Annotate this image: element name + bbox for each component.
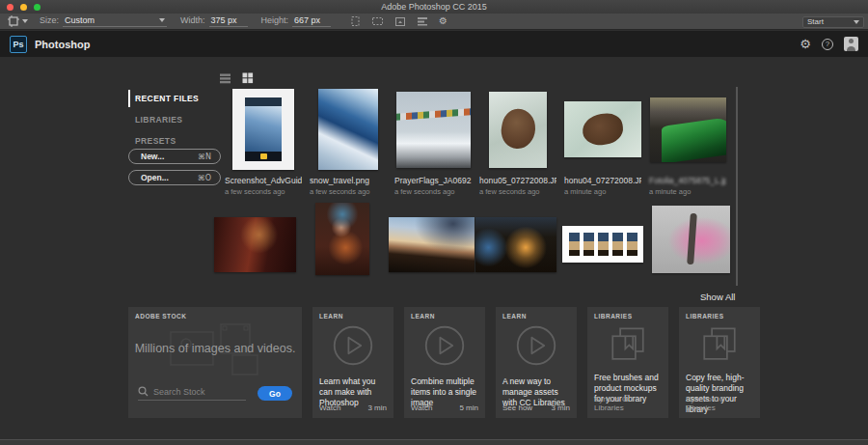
file-thumbnail[interactable] bbox=[232, 89, 294, 170]
thumbnail-art bbox=[569, 233, 580, 256]
recent-file-thumbnail[interactable] bbox=[562, 226, 643, 263]
file-timestamp: a minute ago bbox=[649, 187, 726, 196]
show-all-link[interactable]: Show All bbox=[700, 292, 735, 302]
new-artboard-icon[interactable] bbox=[394, 15, 406, 27]
workspace-switcher[interactable]: Start bbox=[802, 16, 864, 28]
file-thumbnail[interactable] bbox=[564, 101, 641, 157]
width-input[interactable]: 375 px bbox=[209, 15, 248, 27]
new-shortcut: ⌘N bbox=[198, 153, 211, 161]
sidebar-item-recent-files[interactable]: RECENT FILES bbox=[128, 90, 225, 107]
card-label: LIBRARIES bbox=[686, 313, 724, 320]
thumbnail-art bbox=[627, 233, 637, 256]
recent-file-thumbnail[interactable] bbox=[315, 203, 369, 275]
recent-file[interactable]: honu04_07272008.JPG a minute ago bbox=[564, 87, 641, 196]
recent-file-thumbnail[interactable] bbox=[475, 217, 556, 272]
tool-preset-picker[interactable] bbox=[8, 15, 28, 27]
card-action[interactable]: Sync to CC Libraries bbox=[594, 395, 662, 412]
chevron-down-icon bbox=[22, 19, 28, 23]
learn-card[interactable]: LEARN Combine multiple items into a sing… bbox=[404, 307, 485, 418]
file-thumbnail[interactable] bbox=[396, 92, 471, 168]
recent-file-thumbnail[interactable] bbox=[214, 217, 296, 272]
avatar-head bbox=[849, 39, 854, 43]
scrollbar[interactable] bbox=[736, 87, 738, 286]
stock-headline: Millions of images and videos. bbox=[128, 342, 302, 355]
traffic-lights bbox=[7, 4, 41, 11]
card-duration: 5 min bbox=[459, 403, 478, 412]
file-name: PrayerFlags_JA0692.jpg bbox=[394, 176, 472, 185]
new-button[interactable]: New... ⌘N bbox=[128, 149, 221, 164]
sidebar-item-presets[interactable]: PRESETS bbox=[128, 132, 225, 150]
sidebar-item-libraries[interactable]: LIBRARIES bbox=[128, 111, 225, 128]
play-icon[interactable] bbox=[515, 324, 557, 367]
align-stack-icon[interactable] bbox=[417, 16, 428, 26]
zoom-window-button[interactable] bbox=[34, 4, 41, 11]
grid-view-icon[interactable] bbox=[242, 72, 254, 84]
card-label: LIBRARIES bbox=[594, 313, 633, 320]
tool-options-bar: Size: Custom Width: 375 px Height: 667 p… bbox=[0, 14, 868, 30]
open-shortcut: ⌘O bbox=[198, 174, 211, 182]
card-action[interactable]: Watch bbox=[319, 403, 340, 412]
card-action[interactable]: Sync to CC Libraries bbox=[686, 395, 753, 412]
card-action[interactable]: Watch bbox=[411, 403, 432, 412]
card-label: LEARN bbox=[502, 313, 527, 320]
libraries-card[interactable]: LIBRARIES Free brushes and product mocku… bbox=[587, 307, 668, 418]
libraries-card[interactable]: LIBRARIES Copy free, high-quality brandi… bbox=[679, 307, 760, 418]
sidebar-nav: RECENT FILES LIBRARIES PRESETS bbox=[128, 90, 225, 153]
play-icon[interactable] bbox=[332, 324, 374, 367]
close-window-button[interactable] bbox=[7, 4, 14, 11]
artboard-tool-icon bbox=[8, 15, 19, 27]
recent-file[interactable]: honu05_07272008.JPG a few seconds ago bbox=[479, 87, 556, 196]
width-label: Width: bbox=[180, 15, 205, 25]
portrait-orientation-icon[interactable] bbox=[350, 15, 361, 27]
view-toggles bbox=[220, 72, 254, 84]
photoshop-window: Adobe Photoshop CC 2015 Size: Custom Wid… bbox=[0, 0, 868, 445]
options-settings-gear-icon[interactable]: ⚙ bbox=[439, 16, 448, 26]
help-icon[interactable]: ? bbox=[822, 39, 833, 50]
file-timestamp: a few seconds ago bbox=[394, 187, 472, 196]
file-timestamp: a few seconds ago bbox=[225, 187, 302, 196]
height-input[interactable]: 667 px bbox=[292, 15, 331, 27]
landscape-orientation-icon[interactable] bbox=[371, 15, 384, 27]
thumbnail-art bbox=[687, 213, 697, 265]
start-workspace: RECENT FILES LIBRARIES PRESETS New... ⌘N… bbox=[0, 57, 868, 439]
search-stock-input[interactable]: Search Stock bbox=[138, 386, 246, 401]
file-name: honu05_07272008.JPG bbox=[479, 176, 556, 185]
card-action[interactable]: See how bbox=[502, 403, 532, 412]
promo-cards-row: ADOBE STOCK Millions of images and video… bbox=[128, 307, 760, 418]
size-select[interactable]: Custom bbox=[63, 15, 167, 27]
minimize-window-button[interactable] bbox=[20, 4, 27, 11]
file-thumbnail[interactable] bbox=[650, 97, 726, 162]
play-icon[interactable] bbox=[423, 324, 466, 367]
list-view-icon[interactable] bbox=[220, 73, 231, 84]
recent-file-thumbnail[interactable] bbox=[652, 206, 730, 273]
adobe-stock-card[interactable]: ADOBE STOCK Millions of images and video… bbox=[128, 307, 302, 418]
window-title: Adobe Photoshop CC 2015 bbox=[0, 2, 868, 12]
recent-files-row-1: Screenshot_AdvGuide_iPho... a few second… bbox=[225, 87, 726, 196]
titlebar: Adobe Photoshop CC 2015 bbox=[0, 0, 868, 14]
user-avatar[interactable] bbox=[844, 37, 858, 51]
avatar-body bbox=[847, 46, 855, 51]
recent-file[interactable]: Screenshot_AdvGuide_iPho... a few second… bbox=[225, 87, 302, 196]
file-name: Screenshot_AdvGuide_iPho... bbox=[225, 176, 302, 185]
file-timestamp: a few seconds ago bbox=[310, 187, 387, 196]
learn-card[interactable]: LEARN Learn what you can make with Photo… bbox=[312, 307, 393, 418]
recent-file[interactable]: PrayerFlags_JA0692.jpg a few seconds ago bbox=[394, 87, 472, 196]
thumbnail-art bbox=[583, 233, 594, 256]
file-name: snow_travel.png bbox=[310, 176, 387, 185]
app-name: Photoshop bbox=[35, 39, 90, 50]
chevron-down-icon bbox=[854, 20, 859, 24]
file-thumbnail[interactable] bbox=[489, 92, 547, 168]
recent-file[interactable]: snow_travel.png a few seconds ago bbox=[310, 87, 387, 196]
settings-gear-icon[interactable]: ⚙ bbox=[800, 38, 811, 50]
learn-card[interactable]: LEARN A new way to manage assets with CC… bbox=[496, 307, 577, 418]
open-button[interactable]: Open... ⌘O bbox=[128, 170, 221, 185]
file-timestamp: a few seconds ago bbox=[479, 187, 556, 196]
go-button[interactable]: Go bbox=[258, 386, 292, 401]
file-thumbnail[interactable] bbox=[318, 89, 378, 170]
file-timestamp: a minute ago bbox=[564, 187, 641, 196]
card-duration: 3 min bbox=[551, 403, 570, 412]
file-name: honu04_07272008.JPG bbox=[564, 176, 641, 185]
card-duration: 3 min bbox=[367, 403, 387, 412]
recent-file[interactable]: Fotolia_4075875_L.jpg a minute ago bbox=[649, 87, 726, 196]
recent-file-thumbnail[interactable] bbox=[389, 217, 475, 272]
